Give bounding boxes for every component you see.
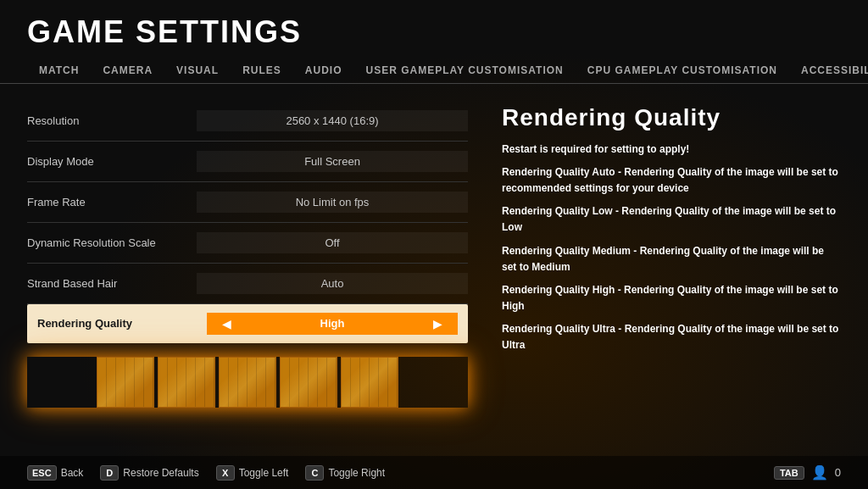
tab-camera[interactable]: CAMERA: [91, 59, 164, 83]
rendering-quality-value: High: [238, 317, 426, 330]
court-tile-5: [341, 357, 398, 408]
court-decoration: [27, 357, 468, 408]
settings-panel: Resolution 2560 x 1440 (16:9) Display Mo…: [27, 101, 468, 456]
back-label: Back: [61, 467, 84, 479]
setting-rendering-quality[interactable]: Rendering Quality ◀ High ▶: [27, 304, 468, 343]
display-mode-value: Full Screen: [197, 151, 468, 172]
court-tile-3: [219, 357, 276, 408]
toggle-left-label: Toggle Left: [239, 467, 289, 479]
footer: ESC Back D Restore Defaults X Toggle Lef…: [0, 456, 868, 489]
rendering-quality-label: Rendering Quality: [37, 317, 207, 330]
tab-cpu-gameplay[interactable]: CPU GAMEPLAY CUSTOMISATION: [576, 59, 789, 83]
setting-dynamic-resolution[interactable]: Dynamic Resolution Scale Off: [27, 223, 468, 264]
main-content: Resolution 2560 x 1440 (16:9) Display Mo…: [0, 84, 868, 456]
info-desc-4: Rendering Quality High - Rendering Quali…: [502, 282, 841, 314]
frame-rate-value: No Limit on fps: [197, 192, 468, 213]
info-desc-1: Rendering Quality Auto - Rendering Quali…: [502, 164, 841, 197]
court-tile-1: [97, 357, 154, 408]
court-tile-4: [280, 357, 337, 408]
footer-restore[interactable]: D Restore Defaults: [100, 465, 198, 481]
player-icon: 👤: [811, 464, 828, 481]
tab-rules[interactable]: RULES: [231, 59, 293, 83]
setting-strand-hair[interactable]: Strand Based Hair Auto: [27, 264, 468, 304]
strand-hair-value: Auto: [197, 273, 468, 294]
restore-label: Restore Defaults: [123, 467, 198, 479]
c-key: C: [305, 465, 324, 481]
info-desc-2: Rendering Quality Low - Rendering Qualit…: [502, 203, 841, 236]
rendering-quality-control[interactable]: ◀ High ▶: [207, 313, 458, 335]
info-desc-5: Rendering Quality Ultra - Rendering Qual…: [502, 321, 841, 353]
x-key: X: [216, 465, 235, 481]
esc-key: ESC: [27, 465, 57, 481]
frame-rate-label: Frame Rate: [27, 196, 197, 208]
footer-toggle-right[interactable]: C Toggle Right: [305, 465, 385, 481]
tab-match[interactable]: MATCH: [27, 59, 91, 83]
footer-right: TAB 👤 0: [774, 464, 841, 481]
dynamic-resolution-label: Dynamic Resolution Scale: [27, 236, 197, 249]
dynamic-resolution-value: Off: [197, 232, 468, 253]
toggle-right-label: Toggle Right: [328, 467, 385, 479]
player-count: 0: [835, 466, 841, 479]
setting-frame-rate[interactable]: Frame Rate No Limit on fps: [27, 182, 468, 223]
footer-toggle-left[interactable]: X Toggle Left: [216, 465, 289, 481]
info-title: Rendering Quality: [502, 104, 841, 131]
arrow-left-icon[interactable]: ◀: [215, 317, 238, 331]
strand-hair-label: Strand Based Hair: [27, 277, 197, 290]
setting-resolution[interactable]: Resolution 2560 x 1440 (16:9): [27, 101, 468, 142]
display-mode-label: Display Mode: [27, 155, 197, 168]
tab-user-gameplay[interactable]: USER GAMEPLAY CUSTOMISATION: [353, 59, 575, 83]
page-title: GAME SETTINGS: [27, 15, 841, 49]
d-key: D: [100, 465, 119, 481]
header: GAME SETTINGS: [0, 0, 868, 49]
footer-back: ESC Back: [27, 465, 83, 481]
nav-tabs: MATCH CAMERA VISUAL RULES AUDIO USER GAM…: [0, 53, 868, 84]
info-panel: Rendering Quality Restart is required fo…: [502, 101, 841, 456]
tab-visual[interactable]: VISUAL: [164, 59, 231, 83]
info-desc-3: Rendering Quality Medium - Rendering Qua…: [502, 243, 841, 275]
page-content: GAME SETTINGS MATCH CAMERA VISUAL RULES …: [0, 0, 868, 489]
resolution-value: 2560 x 1440 (16:9): [197, 110, 468, 131]
tab-key: TAB: [774, 466, 804, 480]
arrow-right-icon[interactable]: ▶: [426, 317, 449, 331]
info-desc-0: Restart is required for setting to apply…: [502, 142, 841, 158]
tab-audio[interactable]: AUDIO: [293, 59, 354, 83]
court-tile-2: [158, 357, 215, 408]
tab-accessibility[interactable]: ACCESSIBILITY: [789, 59, 868, 83]
resolution-label: Resolution: [27, 114, 197, 127]
setting-display-mode[interactable]: Display Mode Full Screen: [27, 142, 468, 182]
